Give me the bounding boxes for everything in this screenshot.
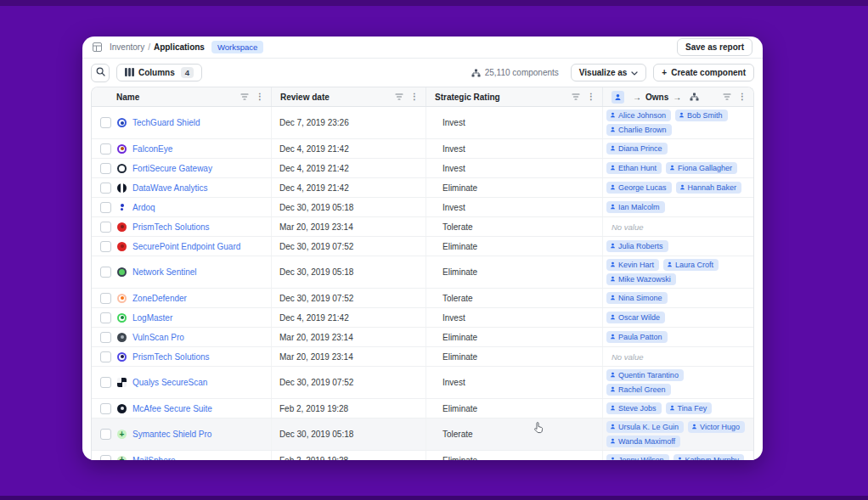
row-checkbox[interactable] [100, 202, 111, 213]
visualize-as-button[interactable]: Visualize as [571, 64, 647, 81]
column-header-review-date[interactable]: Review date ⋮ [272, 87, 426, 106]
review-date-cell[interactable]: Dec 30, 2019 07:52 [272, 289, 426, 307]
owns-cell[interactable]: Paula Patton [603, 328, 753, 346]
owner-chip[interactable]: Hannah Baker [676, 182, 742, 194]
component-name-link[interactable]: TechGuard Shield [132, 118, 200, 127]
column-menu-icon[interactable]: ⋮ [410, 93, 419, 101]
owner-chip[interactable]: Diana Prince [606, 143, 668, 154]
review-date-cell[interactable]: Mar 20, 2019 23:14 [272, 328, 426, 346]
owns-cell[interactable]: Kevin HartLaura CroftMike Wazowski [603, 256, 753, 288]
owner-chip[interactable]: Steve Jobs [606, 402, 662, 414]
owner-chip[interactable]: Oscar Wilde [606, 312, 665, 323]
owns-cell[interactable]: Ethan HuntFiona Gallagher [603, 159, 753, 177]
column-menu-icon[interactable]: ⋮ [587, 93, 595, 101]
owner-chip[interactable]: Nina Simone [606, 292, 668, 304]
component-name-link[interactable]: FalconEye [132, 144, 172, 154]
review-date-cell[interactable]: Mar 20, 2019 23:14 [272, 217, 426, 236]
owns-cell[interactable]: Ian Malcolm [603, 198, 753, 216]
column-menu-icon[interactable]: ⋮ [256, 93, 264, 101]
component-name-link[interactable]: FortiSecure Gateway [132, 164, 212, 173]
owns-cell[interactable]: Nina Simone [603, 289, 753, 307]
review-date-cell[interactable]: Dec 30, 2019 07:52 [272, 367, 426, 398]
component-name-link[interactable]: Qualys SecureScan [132, 378, 207, 387]
component-name-link[interactable]: Network Sentinel [132, 267, 197, 277]
component-name-link[interactable]: MailSphere [132, 456, 176, 461]
owner-chip[interactable]: Kathryn Murphy [674, 454, 745, 460]
breadcrumb-section[interactable]: Inventory [110, 42, 144, 52]
row-checkbox[interactable] [100, 183, 111, 194]
strategic-rating-cell[interactable]: Eliminate [426, 256, 603, 288]
row-checkbox[interactable] [100, 403, 111, 414]
owner-chip[interactable]: Quentin Tarantino [606, 369, 684, 381]
component-name-link[interactable]: McAfee Secure Suite [132, 404, 212, 413]
owns-cell[interactable]: George LucasHannah Baker [603, 178, 753, 197]
search-button[interactable] [91, 64, 110, 82]
owner-chip[interactable]: Paula Patton [606, 331, 668, 343]
owner-chip[interactable]: Julia Roberts [606, 240, 668, 252]
strategic-rating-cell[interactable]: Invest [426, 159, 603, 177]
row-checkbox[interactable] [100, 267, 111, 278]
owns-cell[interactable]: Alice JohnsonBob SmithCharlie Brown [603, 107, 753, 138]
owner-chip[interactable]: Charlie Brown [606, 124, 672, 136]
row-checkbox[interactable] [100, 241, 111, 252]
save-as-report-button[interactable]: Save as report [677, 38, 752, 56]
filter-icon[interactable] [723, 93, 731, 102]
owns-cell[interactable]: Jenny WilsonKathryn Murphy [603, 451, 753, 460]
owner-chip[interactable]: Bob Smith [675, 110, 728, 121]
component-name-link[interactable]: PrismTech Solutions [132, 352, 210, 362]
review-date-cell[interactable]: Dec 4, 2019 21:42 [272, 139, 426, 158]
review-date-cell[interactable]: Dec 30, 2019 05:18 [272, 198, 426, 216]
column-header-strategic-rating[interactable]: Strategic Rating ⋮ [426, 87, 603, 106]
row-checkbox[interactable] [100, 429, 111, 440]
owner-chip[interactable]: Rachel Green [606, 384, 671, 396]
strategic-rating-cell[interactable]: Eliminate [426, 451, 603, 460]
owner-chip[interactable]: Wanda Maximoff [606, 435, 680, 447]
component-name-link[interactable]: Symantec Shield Pro [132, 430, 211, 439]
column-header-owns[interactable]: → Owns → ⋮ [603, 87, 753, 106]
owner-chip[interactable]: Tina Fey [666, 402, 713, 414]
owns-cell[interactable]: No value [603, 217, 753, 236]
strategic-rating-cell[interactable]: Tolerate [426, 217, 603, 236]
strategic-rating-cell[interactable]: Invest [426, 367, 603, 398]
row-checkbox[interactable] [100, 163, 111, 174]
strategic-rating-cell[interactable]: Tolerate [426, 419, 603, 450]
review-date-cell[interactable]: Dec 30, 2019 05:18 [272, 419, 426, 450]
review-date-cell[interactable]: Feb 2, 2019 19:28 [272, 399, 426, 418]
owns-cell[interactable]: No value [603, 347, 753, 366]
component-name-link[interactable]: Ardoq [132, 203, 155, 212]
component-name-link[interactable]: ZoneDefender [132, 294, 187, 303]
columns-button[interactable]: Columns 4 [116, 64, 202, 81]
owns-cell[interactable]: Diana Prince [603, 139, 753, 158]
row-checkbox[interactable] [100, 143, 111, 154]
row-checkbox[interactable] [100, 293, 111, 304]
review-date-cell[interactable]: Feb 2, 2019 19:28 [272, 451, 426, 460]
owner-chip[interactable]: Victor Hugo [688, 421, 745, 433]
owns-cell[interactable]: Julia Roberts [603, 237, 753, 256]
owner-chip[interactable]: George Lucas [606, 182, 672, 194]
create-component-button[interactable]: + Create component [653, 64, 754, 81]
owns-cell[interactable]: Quentin TarantinoRachel Green [603, 367, 753, 398]
component-name-link[interactable]: DataWave Analytics [132, 183, 208, 193]
strategic-rating-cell[interactable]: Eliminate [426, 178, 603, 197]
column-header-name[interactable]: Name ⋮ [92, 87, 272, 106]
owner-chip[interactable]: Laura Croft [663, 259, 719, 271]
strategic-rating-cell[interactable]: Invest [426, 198, 603, 216]
review-date-cell[interactable]: Mar 20, 2019 23:14 [272, 347, 426, 366]
strategic-rating-cell[interactable]: Eliminate [426, 328, 603, 346]
row-checkbox[interactable] [100, 332, 111, 343]
component-name-link[interactable]: VulnScan Pro [132, 333, 184, 342]
component-name-link[interactable]: PrismTech Solutions [132, 222, 210, 232]
strategic-rating-cell[interactable]: Invest [426, 139, 603, 158]
row-checkbox[interactable] [100, 351, 111, 362]
column-menu-icon[interactable]: ⋮ [738, 93, 747, 101]
review-date-cell[interactable]: Dec 4, 2019 21:42 [272, 178, 426, 197]
owner-chip[interactable]: Mike Wazowski [606, 273, 676, 285]
component-name-link[interactable]: SecurePoint Endpoint Guard [132, 242, 240, 251]
strategic-rating-cell[interactable]: Eliminate [426, 237, 603, 256]
owner-chip[interactable]: Ursula K. Le Guin [606, 421, 684, 433]
review-date-cell[interactable]: Dec 4, 2019 21:42 [272, 308, 426, 327]
component-name-link[interactable]: LogMaster [132, 313, 172, 323]
filter-icon[interactable] [240, 93, 249, 102]
filter-icon[interactable] [572, 93, 580, 102]
strategic-rating-cell[interactable]: Eliminate [426, 347, 603, 366]
